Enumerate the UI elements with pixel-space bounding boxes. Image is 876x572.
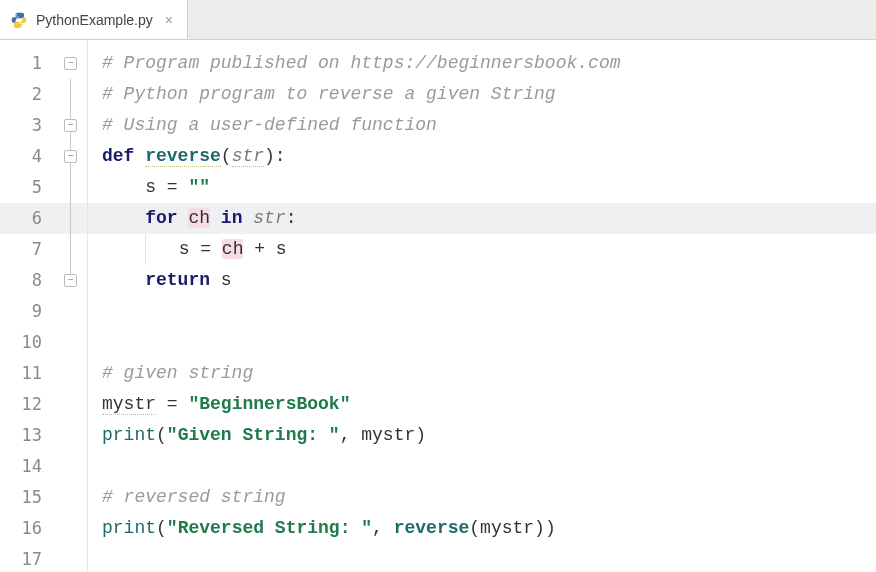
close-tab-button[interactable]: ×	[161, 12, 173, 28]
code-line[interactable]: # Using a user-defined function	[88, 110, 876, 141]
python-file-icon	[10, 11, 28, 29]
code-line[interactable]: # reversed string	[88, 482, 876, 513]
tab-filename: PythonExample.py	[36, 12, 153, 28]
fold-toggle-icon[interactable]: −	[64, 150, 77, 163]
line-number-gutter: 1 2 3 4 5 6 7 8 9 10 11 12 13 14 15 16 1…	[0, 40, 56, 572]
line-number[interactable]: 3	[0, 110, 56, 141]
line-number[interactable]: 17	[0, 544, 56, 572]
line-number[interactable]: 9	[0, 296, 56, 327]
line-number[interactable]: 4	[0, 141, 56, 172]
line-number[interactable]: 16	[0, 513, 56, 544]
code-line[interactable]: def reverse(str):	[88, 141, 876, 172]
line-number[interactable]: 7	[0, 234, 56, 265]
line-number[interactable]: 2	[0, 79, 56, 110]
code-line[interactable]: s = ch + s	[88, 234, 876, 265]
line-number[interactable]: 13	[0, 420, 56, 451]
code-line[interactable]	[88, 327, 876, 358]
tab-bar: PythonExample.py ×	[0, 0, 876, 40]
file-tab[interactable]: PythonExample.py ×	[0, 0, 188, 39]
code-line[interactable]: # given string	[88, 358, 876, 389]
fold-gutter: − − − −	[56, 40, 88, 572]
code-editor[interactable]: 1 2 3 4 5 6 7 8 9 10 11 12 13 14 15 16 1…	[0, 40, 876, 572]
line-number[interactable]: 10	[0, 327, 56, 358]
code-line[interactable]: # Python program to reverse a given Stri…	[88, 79, 876, 110]
code-area[interactable]: # Program published on https://beginners…	[88, 40, 876, 572]
line-number[interactable]: 8	[0, 265, 56, 296]
code-line[interactable]	[88, 451, 876, 482]
line-number[interactable]: 1	[0, 48, 56, 79]
line-number[interactable]: 15	[0, 482, 56, 513]
fold-toggle-icon[interactable]: −	[64, 119, 77, 132]
code-line[interactable]: print("Reversed String: ", reverse(mystr…	[88, 513, 876, 544]
fold-toggle-icon[interactable]: −	[64, 57, 77, 70]
code-line[interactable]: for ch in str:	[88, 203, 876, 234]
code-line[interactable]	[88, 544, 876, 572]
code-line[interactable]: s = ""	[88, 172, 876, 203]
line-number[interactable]: 12	[0, 389, 56, 420]
code-line[interactable]: return s	[88, 265, 876, 296]
code-line[interactable]: print("Given String: ", mystr)	[88, 420, 876, 451]
fold-toggle-icon[interactable]: −	[64, 274, 77, 287]
line-number[interactable]: 14	[0, 451, 56, 482]
code-line[interactable]: mystr = "BeginnersBook"	[88, 389, 876, 420]
code-line[interactable]	[88, 296, 876, 327]
line-number[interactable]: 5	[0, 172, 56, 203]
line-number[interactable]: 11	[0, 358, 56, 389]
code-line[interactable]: # Program published on https://beginners…	[88, 48, 876, 79]
line-number[interactable]: 6	[0, 203, 56, 234]
